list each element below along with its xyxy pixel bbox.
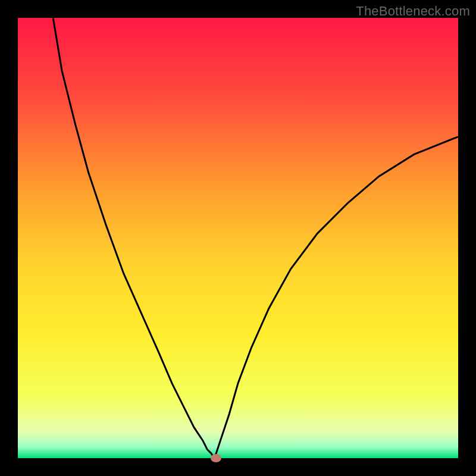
- bottleneck-chart: [0, 0, 476, 476]
- watermark-text: TheBottleneck.com: [356, 4, 470, 19]
- optimal-point-marker: [211, 454, 221, 462]
- plot-background: [18, 18, 458, 458]
- chart-container: TheBottleneck.com: [0, 0, 476, 476]
